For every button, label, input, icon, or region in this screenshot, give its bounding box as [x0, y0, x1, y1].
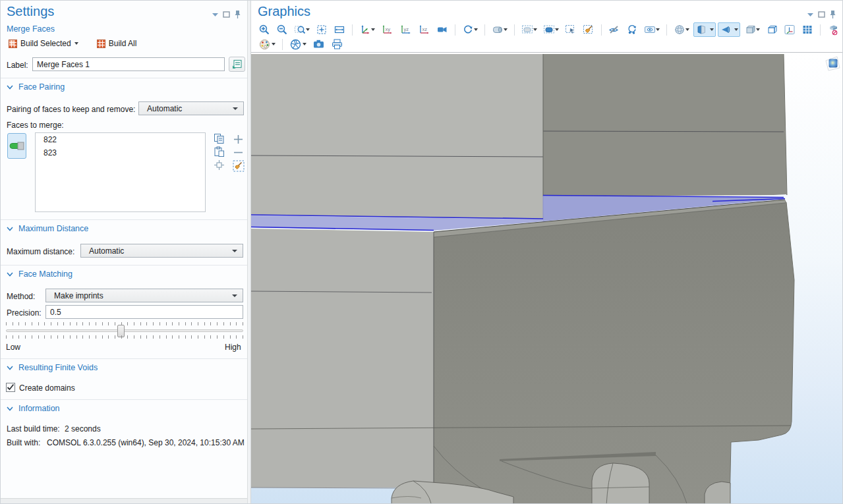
intersect-select-box-button[interactable] [541, 22, 561, 37]
intersect-select-box-icon [543, 24, 555, 36]
image-snapshot-button[interactable] [287, 37, 308, 52]
transparency-button[interactable] [672, 22, 691, 37]
view-yz-button[interactable]: yz [397, 22, 414, 37]
zoom-box-button[interactable] [292, 22, 312, 37]
clear-selection-button[interactable] [232, 159, 245, 172]
clip-plane-icon [695, 24, 707, 36]
max-distance-select-value: Automatic [89, 246, 124, 256]
section-header-information[interactable]: Information [7, 404, 60, 413]
pin-icon[interactable] [235, 10, 241, 18]
zoom-in-button[interactable] [256, 22, 272, 37]
geometry-face-upper-left[interactable] [251, 54, 543, 219]
section-divider [1, 219, 247, 220]
color-theme-button[interactable] [256, 37, 277, 52]
list-item[interactable]: 822 [36, 133, 205, 146]
chevron-down-icon [7, 84, 13, 90]
zoom-out-button[interactable] [274, 22, 290, 37]
section-header-maximum-distance[interactable]: Maximum Distance [7, 224, 88, 233]
screenshot-button[interactable] [310, 37, 327, 51]
scene-camera-button[interactable] [434, 22, 450, 37]
collapse-icon[interactable] [807, 13, 813, 16]
float-icon[interactable] [223, 11, 230, 18]
geometry-arch-2 [592, 463, 649, 503]
list-item[interactable]: 823 [36, 146, 205, 159]
info-row-value: 2 seconds [65, 424, 101, 434]
slider-ticks-bottom [6, 335, 243, 339]
chevron-down-icon [303, 43, 306, 45]
zoom-to-selection-icon [214, 159, 225, 171]
print-button[interactable] [329, 37, 345, 51]
max-distance-select[interactable]: Automatic [80, 244, 243, 258]
view-xy-button[interactable]: xy [379, 22, 395, 37]
model-view[interactable] [251, 53, 842, 503]
pairing-select[interactable]: Automatic [138, 101, 244, 115]
disable-tooltips-button[interactable] [825, 22, 842, 38]
reset-hiding-button[interactable] [624, 22, 640, 37]
grid-button[interactable] [799, 22, 815, 37]
label-input[interactable] [32, 57, 225, 71]
section-header-face-matching[interactable]: Face Matching [7, 269, 73, 279]
zoom-extents-button[interactable] [314, 22, 330, 37]
clip-direction-toggle[interactable] [718, 22, 740, 37]
section-title: Resulting Finite Voids [18, 363, 98, 372]
geometry-face-lower-left[interactable] [251, 229, 434, 488]
printer-icon [331, 38, 343, 50]
remove-face-button[interactable] [232, 146, 245, 159]
rotate-view-button[interactable] [460, 22, 480, 37]
hide-selected-button[interactable] [606, 22, 622, 37]
chevron-down-icon [656, 28, 660, 31]
scene-light-button[interactable] [490, 22, 509, 37]
orientation-indicator-button[interactable] [782, 22, 798, 37]
build-all-button[interactable]: Build All [95, 38, 139, 49]
chevron-down-icon [710, 28, 714, 31]
method-caption: Method: [7, 292, 35, 301]
faces-caption: Faces to merge: [7, 121, 64, 130]
go-to-default-view-button[interactable] [357, 22, 377, 37]
section-header-face-pairing[interactable]: Face Pairing [7, 82, 65, 92]
rotate-icon [462, 24, 474, 36]
build-all-label: Build All [109, 39, 137, 48]
select-box-button[interactable] [519, 22, 539, 37]
comsol-window: Settings Merge Faces Build Selected Buil… [0, 0, 843, 504]
section-header-resulting-finite-voids[interactable]: Resulting Finite Voids [7, 363, 98, 372]
add-face-button[interactable] [232, 133, 245, 146]
view-unhidden-only-button[interactable] [642, 22, 662, 37]
node-breadcrumb[interactable]: Merge Faces [7, 24, 55, 34]
precision-input[interactable] [45, 305, 243, 319]
zoom-to-selection-button[interactable] [332, 22, 347, 37]
float-icon[interactable] [818, 11, 825, 18]
deselect-entities-button[interactable] [581, 22, 596, 37]
box-3d-icon [744, 24, 756, 36]
active-selection-toggle-icon [9, 142, 24, 150]
grid-icon [801, 24, 813, 36]
rename-label-button[interactable] [229, 57, 245, 72]
precision-slider-track[interactable] [6, 329, 243, 332]
chevron-down-icon [7, 271, 13, 277]
copy-button[interactable] [213, 132, 225, 145]
paste-button[interactable] [213, 146, 225, 158]
slider-min-label: Low [6, 343, 20, 352]
select-entities-button[interactable] [563, 22, 579, 37]
view-xz-button[interactable]: xz [416, 22, 432, 37]
faces-to-merge-list[interactable]: 822 823 [35, 132, 206, 212]
pin-icon[interactable] [830, 10, 836, 18]
zoom-to-selection-button[interactable] [213, 159, 225, 171]
chevron-down-icon [7, 226, 13, 231]
clip-plane-toggle[interactable] [693, 22, 716, 37]
method-select[interactable]: Make imprints [45, 289, 243, 302]
wireframe-rendering-button[interactable] [764, 22, 780, 37]
chevron-down-icon [734, 28, 738, 31]
pairing-caption: Pairing of faces to keep and remove: [7, 105, 135, 114]
graphics-canvas[interactable] [251, 52, 842, 503]
geometry-face-upper-right[interactable] [543, 54, 787, 196]
build-selected-button[interactable]: Build Selected [7, 38, 80, 49]
info-row-label: Last build time: [7, 424, 60, 434]
active-selection-toggle[interactable] [7, 133, 26, 159]
create-domains-checkbox[interactable] [6, 383, 15, 392]
box-visualization-button[interactable] [742, 22, 762, 37]
section-title: Maximum Distance [18, 224, 88, 233]
view-xz-icon: xz [418, 24, 430, 36]
view-yz-icon: yz [399, 24, 412, 36]
collapse-icon[interactable] [212, 13, 218, 16]
toolbar-separator [455, 24, 455, 36]
